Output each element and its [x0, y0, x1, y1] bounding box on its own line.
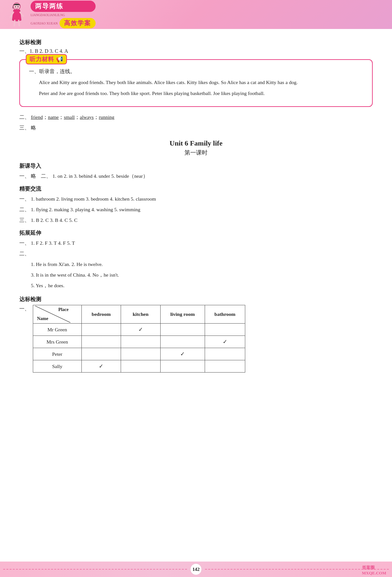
sally-livingroom [160, 360, 205, 373]
tuozhan-sub3: 5. Yes，he does. [31, 281, 373, 290]
col-header-bedroom: bedroom [81, 305, 121, 324]
jingyao-row-2: 二、 1. flying 2. making 3. playing 4. was… [19, 205, 373, 214]
footer-logo-text: 答案圈 [362, 565, 386, 571]
mrs-green-livingroom [160, 336, 205, 348]
col-header-bathroom: bathroom [205, 305, 245, 324]
table-row: Mr Green ✓ [33, 324, 245, 336]
tuozhan-row-1: 一、 1. F 2. F 3. T 4. F 5. T [19, 239, 373, 248]
footer-logo: 答案圈 MXQE.COM [362, 565, 386, 576]
table-row: Sally ✓ [33, 360, 245, 373]
section-2-word2: name [48, 114, 59, 120]
listen-paragraph-1: Alice and Kitty are good friends. They b… [29, 78, 363, 87]
brand-highlight: 高效学案 [60, 18, 96, 28]
jingyao-section: 精要交流 一、 1. bathroom 2. living room 3. be… [19, 185, 373, 225]
svg-point-5 [15, 6, 16, 7]
diagonal-header-cell: Place Name [33, 305, 82, 324]
check-icon: ✓ [99, 363, 103, 369]
girl-figure [6, 3, 27, 27]
footer-dots-left [3, 569, 187, 570]
table-num-label: 一、 [19, 305, 30, 312]
brand-subtitle-bottom-row: GAOXIAO XUEAN 高效学案 [31, 18, 96, 28]
svg-line-3 [14, 20, 15, 26]
row-name-mrs-green: Mrs Green [33, 336, 82, 348]
dabiao-top-answer: 一、1. B 2. D 3. C 4. A [19, 48, 373, 55]
tuozhan-label-2: 二、 [19, 251, 30, 256]
listen-box-title: 听力材料 📢 [26, 54, 67, 64]
brand-subtitle-bottom: GAOXIAO XUEAN [31, 22, 58, 25]
speaker-icon: 📢 [56, 56, 63, 63]
table-row: Mrs Green ✓ [33, 336, 245, 348]
dabiao-top-label: 达标检测 [19, 39, 373, 46]
xinkejiaoru-ans2: 1. on 2. in 3. behind 4. under 5. beside… [52, 173, 148, 179]
footer-bar: 142 答案圈 MXQE.COM [0, 562, 392, 577]
header-bar: 两导两练 LIANGDAOLIANLILNG GAOXIAO XUEAN 高效学… [0, 0, 392, 29]
jingyao-text-3: 1. B 2. C 3. B 4. C 5. C [31, 217, 78, 223]
sally-kitchen [121, 360, 160, 373]
xinkejiaoru-label2: 二、 [41, 173, 51, 179]
jingyao-text-2: 1. flying 2. making 3. playing 4. washin… [31, 207, 140, 212]
table-header-row: Place Name bedroom kitchen living room b… [33, 305, 245, 324]
xinkejiaoru-ans1: 略 [31, 173, 36, 179]
col-header-livingroom: living room [160, 305, 205, 324]
jingyao-label-1: 一、 [19, 196, 30, 202]
peter-kitchen [121, 348, 160, 360]
unit-subtitle: 第一课时 [19, 149, 373, 156]
check-icon: ✓ [223, 339, 227, 345]
mr-green-bedroom [81, 324, 121, 336]
section-2-word5: running [99, 114, 114, 120]
svg-point-6 [18, 6, 19, 7]
mrs-green-kitchen [121, 336, 160, 348]
xinkejiaoru-label1: 一、 [19, 173, 30, 179]
xinkejiaoru-row1: 一、 略 二、 1. on 2. in 3. behind 4. under 5… [19, 172, 373, 181]
tuozhan-sub1: 1. He is from Xi'an. 2. He is twelve. [31, 260, 373, 269]
listen-paragraph-2: Peter and Joe are good friends too. They… [29, 89, 363, 98]
brand-box: 两导两练 LIANGDAOLIANLILNG GAOXIAO XUEAN 高效学… [31, 1, 96, 28]
xinkejiaoru-heading: 新课导入 [19, 162, 373, 170]
check-icon: ✓ [180, 351, 185, 357]
page-number: 142 [190, 563, 202, 575]
jingyao-label-3: 三、 [19, 217, 30, 223]
tuozhan-sub1-text: 1. He is from Xi'an. 2. He is twelve. [31, 261, 103, 267]
brand-title: 两导两练 [31, 1, 96, 12]
tuozhan-sub3-text: 5. Yes，he does. [31, 283, 64, 288]
listen-box: 听力材料 📢 一、听录音，连线。 Alice and Kitty are goo… [19, 59, 373, 107]
tuozhan-section: 拓展延伸 一、 1. F 2. F 3. T 4. F 5. T 二、 1. H… [19, 229, 373, 290]
listen-title-text: 听力材料 [30, 55, 54, 63]
answer-table: Place Name bedroom kitchen living room b… [33, 305, 245, 373]
diag-place-label: Place [58, 307, 69, 312]
peter-bedroom [81, 348, 121, 360]
listen-instruction: 一、听录音，连线。 [29, 68, 363, 75]
mrs-green-bedroom [81, 336, 121, 348]
check-icon: ✓ [138, 326, 143, 333]
row-name-sally: Sally [33, 360, 82, 373]
section-2-word3: small [64, 114, 75, 120]
footer-dots-right [205, 569, 389, 570]
mr-green-livingroom [160, 324, 205, 336]
tuozhan-sub2-text: 3. It is in the west of China. 4. No，he … [31, 272, 119, 278]
tuozhan-label-1: 一、 [19, 240, 30, 246]
section-3-row: 三、 略 [19, 123, 373, 132]
footer-logo-url: MXQE.COM [362, 571, 386, 576]
peter-bathroom [205, 348, 245, 360]
section-2-word4: always [80, 114, 94, 120]
section-3-answer: 略 [31, 125, 36, 130]
table-wrapper: 一、 Place Name bedroo [19, 305, 373, 373]
sally-bedroom: ✓ [81, 360, 121, 373]
section-2-label: 二、 [19, 114, 30, 120]
main-content: 达标检测 一、1. B 2. D 3. C 4. A 听力材料 📢 一、听录音，… [0, 29, 392, 385]
xinkejiaoru-section: 新课导入 一、 略 二、 1. on 2. in 3. behind 4. un… [19, 162, 373, 181]
mrs-green-bathroom: ✓ [205, 336, 245, 348]
mr-green-kitchen: ✓ [121, 324, 160, 336]
section-2-word1: friend [31, 114, 43, 120]
jingyao-row-3: 三、 1. B 2. C 3. B 4. C 5. C [19, 216, 373, 225]
col-header-kitchen: kitchen [121, 305, 160, 324]
row-name-mr-green: Mr Green [33, 324, 82, 336]
tuozhan-heading: 拓展延伸 [19, 229, 373, 237]
tuozhan-row-2: 二、 [19, 249, 373, 258]
dabiao-top-section: 达标检测 一、1. B 2. D 3. C 4. A [19, 39, 373, 55]
sally-bathroom [205, 360, 245, 373]
brand-subtitle-top: LIANGDAOLIANLILNG [31, 13, 65, 17]
section-2-row: 二、 friend；name；small；always；running [19, 113, 373, 122]
section-3-label: 三、 [19, 125, 30, 130]
mr-green-bathroom [205, 324, 245, 336]
